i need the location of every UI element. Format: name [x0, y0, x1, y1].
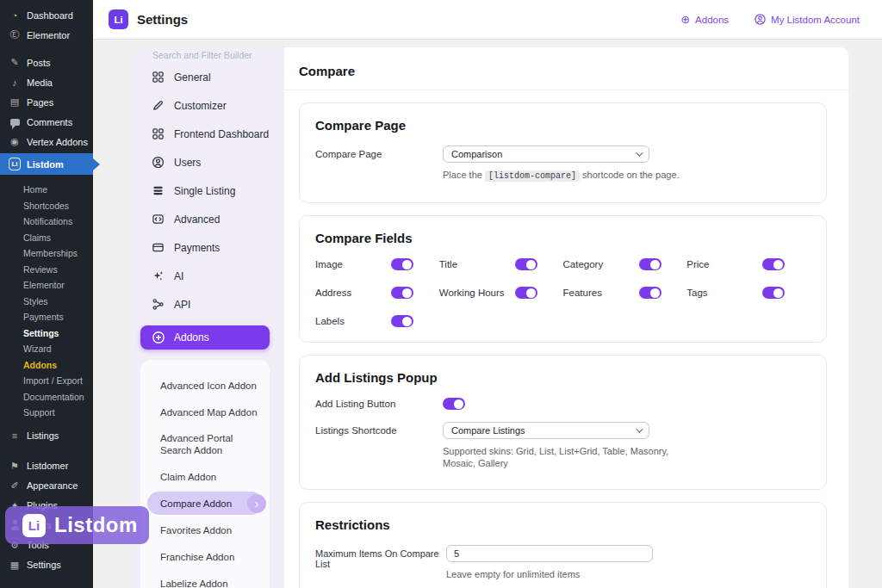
submenu-item-search-filter-builder[interactable]: Search and Filter Builder — [129, 47, 848, 588]
appearance-brush-icon: ✐ — [9, 480, 21, 492]
sidebar-separator — [0, 446, 93, 456]
elementor-icon: Ⓔ — [9, 28, 21, 41]
wp-admin-sidebar: ◔ Dashboard Ⓔ Elementor ✎ Posts ♪ Media … — [0, 0, 93, 588]
header-addons-link[interactable]: ⊕ Addons — [680, 14, 729, 25]
listdom-settings-page: ◔ Dashboard Ⓔ Elementor ✎ Posts ♪ Media … — [0, 0, 882, 588]
submenu-item-home[interactable]: Home — [0, 182, 93, 198]
sidebar-item-elementor[interactable]: Ⓔ Elementor — [0, 25, 93, 45]
settings-icon: ▦ — [9, 560, 21, 571]
sidebar-separator — [0, 45, 93, 53]
submenu-item-payments[interactable]: Payments — [0, 309, 93, 325]
submenu-item-documentation[interactable]: Documentation — [0, 389, 93, 405]
sidebar-item-listings[interactable]: ≡ Listings — [0, 426, 93, 446]
sidebar-item-posts[interactable]: ✎ Posts — [0, 53, 93, 72]
submenu-item-claims[interactable]: Claims — [0, 230, 93, 246]
sidebar-item-settings[interactable]: ▦ Settings — [0, 555, 93, 575]
page-title: Settings — [137, 12, 188, 27]
submenu-item-memberships[interactable]: Memberships — [0, 245, 93, 262]
listdomer-icon: ⚑ — [9, 461, 21, 472]
listdom-watermark: Li Listdom — [5, 506, 149, 544]
sidebar-item-vertex-addons[interactable]: ◉ Vertex Addons — [0, 132, 93, 152]
sidebar-item-media[interactable]: ♪ Media — [0, 72, 93, 92]
submenu-item-elementor-styles[interactable]: Elementor Styles — [0, 277, 93, 309]
dashboard-icon: ◔ — [9, 10, 21, 21]
submenu-item-reviews[interactable]: Reviews — [0, 262, 93, 278]
account-person-icon — [755, 14, 766, 25]
current-menu-arrow-icon — [93, 158, 100, 170]
sidebar-item-dashboard[interactable]: ◔ Dashboard — [0, 5, 93, 25]
listdom-logo-icon: Li — [109, 9, 128, 29]
listings-icon: ≡ — [9, 430, 21, 441]
listdom-logo-icon: Li — [22, 514, 46, 537]
watermark-text: Listdom — [54, 513, 138, 537]
submenu-item-notifications[interactable]: Notifications — [0, 214, 93, 230]
media-icon: ♪ — [9, 77, 21, 88]
submenu-item-support[interactable]: Support — [0, 405, 93, 421]
sidebar-item-pages[interactable]: ▤ Pages — [0, 92, 93, 112]
listdom-submenu: Home Shortcodes Search and Filter Builde… — [0, 175, 93, 426]
header-account-link[interactable]: My Listdom Account — [755, 14, 860, 25]
pin-icon: ✎ — [9, 57, 21, 68]
submenu-item-addons[interactable]: Addons — [0, 357, 93, 374]
comment-bubble-icon — [9, 119, 21, 126]
submenu-item-shortcodes[interactable]: Shortcodes — [0, 198, 93, 214]
listdom-li-icon: Li — [9, 158, 21, 170]
submenu-item-wizard[interactable]: Wizard — [0, 341, 93, 357]
sidebar-item-listdom[interactable]: Li Listdom — [0, 153, 93, 175]
submenu-item-settings[interactable]: Settings — [0, 325, 93, 342]
pages-icon: ▤ — [9, 96, 21, 108]
vertex-addons-icon: ◉ — [9, 136, 21, 147]
sidebar-item-comments[interactable]: Comments — [0, 112, 93, 132]
plugin-header: Li Settings ⊕ Addons My Listdom Account — [93, 0, 882, 40]
sidebar-item-listdomer[interactable]: ⚑ Listdomer — [0, 456, 93, 476]
sidebar-item-appearance[interactable]: ✐ Appearance — [0, 476, 93, 496]
plus-circle-icon: ⊕ — [680, 14, 690, 25]
submenu-item-import-export[interactable]: Import / Export — [0, 373, 93, 389]
